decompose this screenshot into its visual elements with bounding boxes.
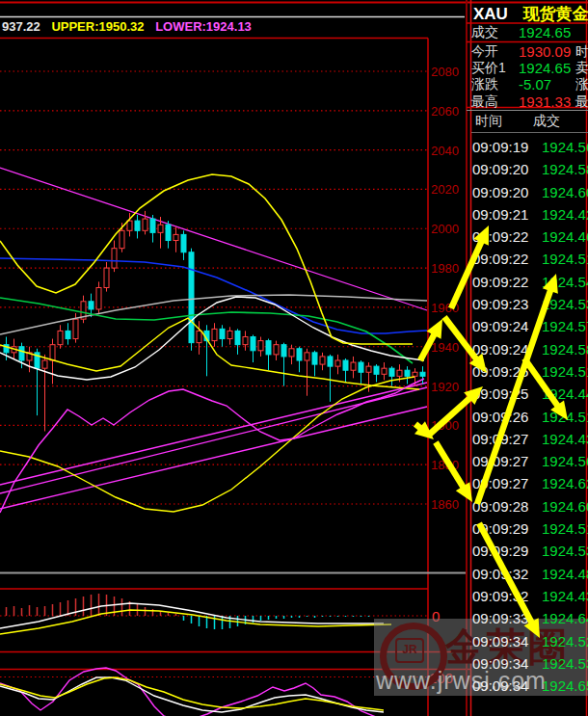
annotation-arrows: [0, 0, 588, 716]
trading-terminal: 2080206020402020200019801960194019201900…: [0, 0, 588, 716]
annotation-arrow: [543, 274, 558, 294]
